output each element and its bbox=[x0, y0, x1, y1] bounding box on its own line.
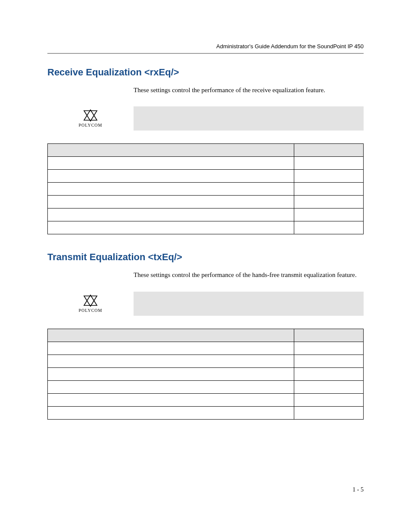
document-page: Administrator's Guide Addendum for the S… bbox=[0, 0, 411, 532]
logo-column: POLYCOM bbox=[47, 292, 134, 313]
polycom-logo-icon bbox=[83, 294, 98, 307]
header-rule bbox=[47, 53, 364, 54]
table-cell bbox=[294, 170, 363, 183]
table-cell bbox=[294, 355, 363, 367]
logo-caption: POLYCOM bbox=[79, 308, 103, 313]
table-cell bbox=[48, 406, 294, 419]
table-cell bbox=[294, 342, 363, 355]
table-row bbox=[48, 342, 364, 355]
section-intro-rxeq: These settings control the performance o… bbox=[134, 86, 364, 94]
table-cell bbox=[294, 367, 363, 380]
table-cell bbox=[48, 183, 294, 196]
table-row bbox=[48, 157, 364, 170]
table-cell bbox=[48, 196, 294, 208]
logo-column: POLYCOM bbox=[47, 106, 134, 128]
table-row bbox=[48, 208, 364, 221]
logo-caption: POLYCOM bbox=[79, 123, 103, 128]
section-intro-txeq: These settings control the performance o… bbox=[134, 271, 364, 279]
table-cell bbox=[48, 380, 294, 393]
note-box bbox=[134, 106, 364, 131]
page-number: 1 - 5 bbox=[352, 486, 364, 493]
svg-marker-2 bbox=[84, 295, 97, 305]
table-row bbox=[48, 183, 364, 196]
table-header-cell bbox=[294, 144, 363, 157]
table-cell bbox=[294, 208, 363, 221]
running-header: Administrator's Guide Addendum for the S… bbox=[47, 43, 364, 50]
table-cell bbox=[294, 380, 363, 393]
note-block-rxeq: POLYCOM bbox=[47, 106, 364, 131]
table-cell bbox=[294, 157, 363, 170]
table-cell bbox=[48, 157, 294, 170]
table-row bbox=[48, 196, 364, 208]
table-cell bbox=[48, 393, 294, 406]
table-cell bbox=[48, 208, 294, 221]
table-row bbox=[48, 406, 364, 419]
note-block-txeq: POLYCOM bbox=[47, 292, 364, 316]
table-rxeq bbox=[47, 143, 364, 234]
table-cell bbox=[294, 196, 363, 208]
table-cell bbox=[294, 393, 363, 406]
table-cell bbox=[48, 342, 294, 355]
table-cell bbox=[48, 221, 294, 234]
table-cell bbox=[48, 367, 294, 380]
table-cell bbox=[294, 221, 363, 234]
section-title-rxeq: Receive Equalization <rxEq/> bbox=[47, 67, 364, 78]
table-header-cell bbox=[294, 329, 363, 342]
table-header-row bbox=[48, 144, 364, 157]
table-cell bbox=[48, 170, 294, 183]
table-row bbox=[48, 221, 364, 234]
table-header-cell bbox=[48, 329, 294, 342]
polycom-logo-icon bbox=[83, 109, 98, 122]
table-row bbox=[48, 393, 364, 406]
section-title-txeq: Transmit Equalization <txEq/> bbox=[47, 252, 364, 263]
table-cell bbox=[48, 355, 294, 367]
table-cell bbox=[294, 183, 363, 196]
table-row bbox=[48, 170, 364, 183]
table-header-row bbox=[48, 329, 364, 342]
svg-marker-1 bbox=[84, 111, 97, 121]
table-txeq bbox=[47, 329, 364, 420]
table-cell bbox=[294, 406, 363, 419]
table-header-cell bbox=[48, 144, 294, 157]
svg-marker-0 bbox=[84, 110, 97, 120]
table-row bbox=[48, 380, 364, 393]
svg-marker-3 bbox=[84, 296, 97, 306]
table-row bbox=[48, 367, 364, 380]
note-box bbox=[134, 292, 364, 316]
table-row bbox=[48, 355, 364, 367]
